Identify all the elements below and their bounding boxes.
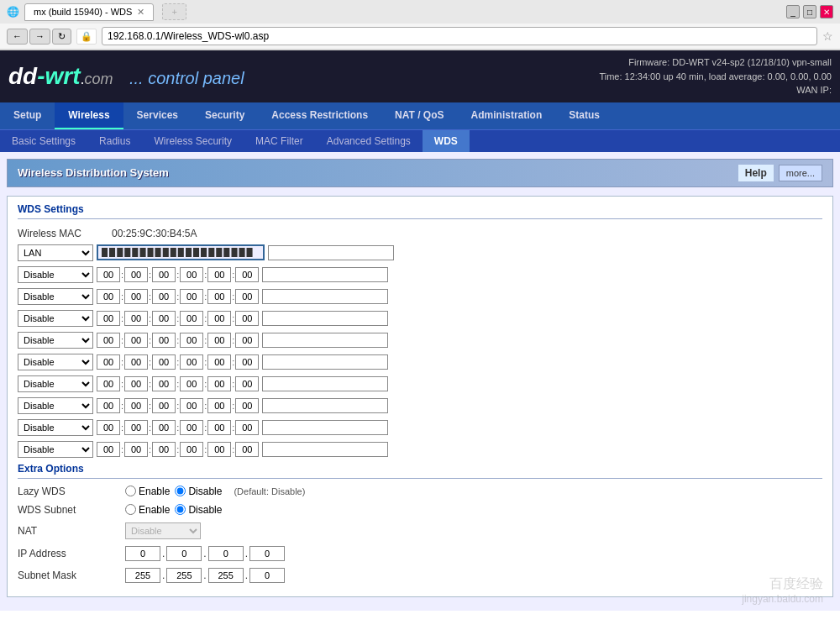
- mac-p5-2[interactable]: [207, 289, 231, 304]
- lazy-wds-disable-radio[interactable]: [175, 486, 186, 496]
- refresh-button[interactable]: ↻: [52, 29, 71, 45]
- mac-p2-9[interactable]: [124, 442, 148, 457]
- ip-part-3[interactable]: [208, 546, 244, 561]
- mac-p5-3[interactable]: [207, 311, 231, 326]
- mac-p1-8[interactable]: [97, 420, 120, 435]
- mac-p3-8[interactable]: [152, 420, 176, 435]
- mode-select-7[interactable]: DisableLANWAN: [18, 397, 93, 414]
- bookmark-icon[interactable]: ☆: [822, 29, 833, 43]
- mac-p3-6[interactable]: [152, 376, 176, 391]
- subnet-part-4[interactable]: [249, 568, 285, 583]
- new-tab[interactable]: +: [162, 3, 186, 20]
- nav-administration[interactable]: Administration: [458, 102, 556, 129]
- mac-p4-5[interactable]: [180, 354, 203, 370]
- nat-select[interactable]: Disable: [125, 522, 201, 539]
- ip-part-4[interactable]: [249, 546, 285, 561]
- mac-p5-5[interactable]: [207, 354, 231, 370]
- nav-security[interactable]: Security: [192, 102, 258, 129]
- mac-p6-7[interactable]: [235, 398, 259, 413]
- more-button[interactable]: more...: [779, 165, 822, 181]
- mac-p4-2[interactable]: [180, 289, 203, 304]
- mac-p3-4[interactable]: [152, 333, 176, 348]
- mac-p5-7[interactable]: [207, 398, 231, 413]
- mode-select-8[interactable]: DisableLANWAN: [18, 419, 93, 436]
- mac-p2-4[interactable]: [124, 333, 148, 348]
- mac-p1-7[interactable]: [97, 398, 120, 413]
- nav-setup[interactable]: Setup: [0, 102, 55, 129]
- subnet-part-2[interactable]: [166, 568, 202, 583]
- text-input-6[interactable]: [262, 376, 388, 391]
- maximize-button[interactable]: □: [803, 5, 816, 18]
- mac-p3-5[interactable]: [152, 354, 176, 370]
- mac-p6-1[interactable]: [235, 267, 259, 282]
- mac-p3-3[interactable]: [152, 311, 176, 326]
- mode-select-0[interactable]: LAN Disable WAN: [18, 244, 93, 261]
- wds-subnet-enable-label[interactable]: Enable: [125, 504, 170, 516]
- mac-p6-2[interactable]: [235, 289, 259, 304]
- mac-p6-6[interactable]: [235, 376, 259, 391]
- subnav-radius[interactable]: Radius: [87, 130, 142, 152]
- url-input[interactable]: [102, 27, 817, 45]
- nav-services[interactable]: Services: [123, 102, 192, 129]
- wds-subnet-disable-radio[interactable]: [175, 504, 186, 515]
- mode-select-3[interactable]: DisableLANWAN: [18, 310, 93, 327]
- text-input-7[interactable]: [262, 398, 388, 413]
- mode-select-1[interactable]: DisableLANWAN: [18, 266, 93, 283]
- ip-part-1[interactable]: [125, 546, 160, 561]
- mac-p2-3[interactable]: [124, 311, 148, 326]
- mac-p3-2[interactable]: [152, 289, 176, 304]
- mode-select-6[interactable]: DisableLANWAN: [18, 375, 93, 392]
- mac-p5-9[interactable]: [207, 442, 231, 457]
- text-input-3[interactable]: [262, 311, 388, 326]
- nav-wireless[interactable]: Wireless: [55, 102, 123, 129]
- wds-subnet-enable-radio[interactable]: [125, 504, 136, 515]
- lazy-wds-disable-label[interactable]: Disable: [175, 486, 222, 497]
- subnav-wireless-security[interactable]: Wireless Security: [142, 130, 244, 152]
- back-button[interactable]: ←: [7, 29, 28, 45]
- lazy-wds-enable-radio[interactable]: [125, 486, 136, 496]
- lazy-wds-enable-label[interactable]: Enable: [125, 486, 170, 497]
- mac-p4-4[interactable]: [180, 333, 203, 348]
- mac-p4-7[interactable]: [180, 398, 203, 413]
- mac-p6-9[interactable]: [235, 442, 259, 457]
- text-input-2[interactable]: [262, 289, 388, 304]
- mac-p6-5[interactable]: [235, 354, 259, 370]
- close-button[interactable]: ✕: [820, 5, 833, 18]
- subnav-advanced-settings[interactable]: Advanced Settings: [315, 130, 423, 152]
- mac-p4-1[interactable]: [180, 267, 203, 282]
- mac-p1-4[interactable]: [97, 333, 120, 348]
- text-input-4[interactable]: [262, 333, 388, 348]
- mac-input-0[interactable]: [97, 244, 265, 260]
- mac-p5-1[interactable]: [207, 267, 231, 282]
- nav-access-restrictions[interactable]: Access Restrictions: [258, 102, 381, 129]
- mode-select-5[interactable]: DisableLANWAN: [18, 354, 93, 370]
- text-input-5[interactable]: [262, 354, 388, 370]
- mac-p4-8[interactable]: [180, 420, 203, 435]
- text-input-0[interactable]: [268, 245, 394, 260]
- mac-p3-7[interactable]: [152, 398, 176, 413]
- mac-p3-1[interactable]: [152, 267, 176, 282]
- nav-status[interactable]: Status: [555, 102, 613, 129]
- tab[interactable]: mx (build 15940) - WDS ✕: [24, 3, 154, 21]
- mac-p1-2[interactable]: [97, 289, 120, 304]
- ip-part-2[interactable]: [166, 546, 202, 561]
- mac-p2-8[interactable]: [124, 420, 148, 435]
- mac-p6-4[interactable]: [235, 333, 259, 348]
- mac-p2-2[interactable]: [124, 289, 148, 304]
- mac-p5-6[interactable]: [207, 376, 231, 391]
- subnet-part-3[interactable]: [208, 568, 244, 583]
- mac-p6-8[interactable]: [235, 420, 259, 435]
- mac-p4-3[interactable]: [180, 311, 203, 326]
- subnav-basic-settings[interactable]: Basic Settings: [0, 130, 87, 152]
- mac-p1-1[interactable]: [97, 267, 120, 282]
- mac-p1-3[interactable]: [97, 311, 120, 326]
- tab-close-icon[interactable]: ✕: [137, 7, 144, 18]
- mac-p4-6[interactable]: [180, 376, 203, 391]
- text-input-8[interactable]: [262, 420, 388, 435]
- mac-p4-9[interactable]: [180, 442, 203, 457]
- mac-p1-9[interactable]: [97, 442, 120, 457]
- wds-subnet-disable-label[interactable]: Disable: [175, 504, 222, 516]
- mac-p1-5[interactable]: [97, 354, 120, 370]
- mode-select-9[interactable]: DisableLANWAN: [18, 441, 93, 458]
- text-input-9[interactable]: [262, 442, 388, 457]
